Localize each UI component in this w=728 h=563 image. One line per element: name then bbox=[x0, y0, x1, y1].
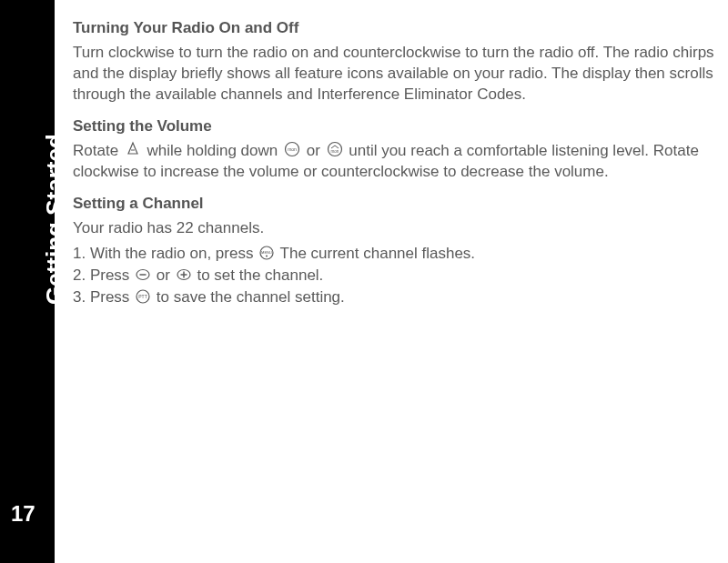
para-channel-intro: Your radio has 22 channels. bbox=[73, 218, 723, 239]
mon-alt-button-icon: mon bbox=[327, 141, 343, 157]
text-segment: or bbox=[307, 142, 325, 159]
section-title: Getting Started bbox=[41, 134, 69, 305]
svg-text:PTT: PTT bbox=[138, 294, 147, 299]
para-setting-volume: Rotate while holding down mon or mon unt… bbox=[73, 141, 723, 183]
page-content: Turning Your Radio On and Off Turn clock… bbox=[73, 18, 723, 309]
ptt-button-icon: PTT bbox=[136, 289, 150, 304]
svg-text:mon: mon bbox=[288, 146, 297, 152]
sidebar: Getting Started 17 bbox=[0, 0, 55, 563]
text-segment: The current channel flashes. bbox=[280, 245, 476, 262]
heading-turning-on-off: Turning Your Radio On and Off bbox=[73, 18, 723, 39]
text-segment: to set the channel. bbox=[197, 266, 323, 284]
knob-icon bbox=[125, 141, 141, 157]
steps-list: 1. With the radio on, press MENU The cur… bbox=[73, 244, 723, 308]
step-2: 2. Press or to set the channel. bbox=[73, 266, 723, 287]
para-turning-on-off: Turn clockwise to turn the radio on and … bbox=[73, 43, 723, 106]
text-segment: Rotate bbox=[73, 142, 123, 159]
heading-setting-channel: Setting a Channel bbox=[73, 194, 723, 215]
plus-button-icon bbox=[177, 267, 191, 282]
text-segment: while holding down bbox=[147, 142, 282, 159]
text-segment: 3. Press bbox=[73, 288, 129, 306]
mon-button-icon: mon bbox=[284, 141, 300, 157]
menu-button-icon: MENU bbox=[259, 246, 274, 260]
svg-point-7 bbox=[266, 255, 268, 256]
heading-setting-volume: Setting the Volume bbox=[73, 116, 723, 137]
text-segment: clockwise to turn the radio on and count… bbox=[73, 44, 714, 103]
step-1: 1. With the radio on, press MENU The cur… bbox=[73, 244, 723, 265]
text-segment: to save the channel setting. bbox=[157, 288, 345, 306]
step-3: 3. Press PTT to save the channel setting… bbox=[73, 287, 723, 308]
svg-text:MENU: MENU bbox=[261, 249, 272, 254]
text-segment: or bbox=[157, 266, 175, 284]
minus-button-icon bbox=[136, 267, 150, 282]
text-segment: 1. With the radio on, press bbox=[73, 245, 258, 262]
text-segment: 2. Press bbox=[73, 266, 134, 284]
svg-text:mon: mon bbox=[330, 149, 339, 154]
text-segment: Turn bbox=[73, 44, 108, 61]
page-number: 17 bbox=[11, 501, 35, 527]
